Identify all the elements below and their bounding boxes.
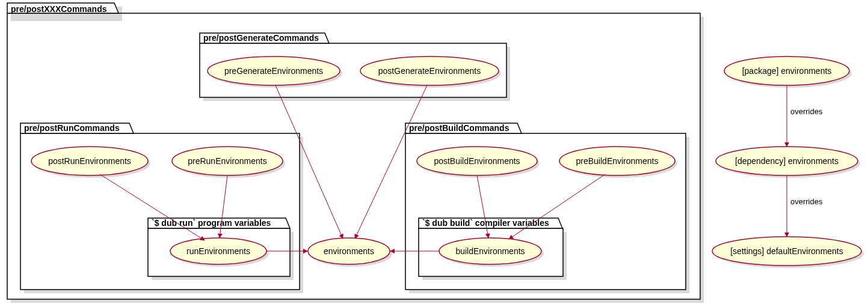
node-dependency-environments-label: [dependency] environments — [735, 156, 839, 166]
package-run: pre/postRunCommands postRunEnvironments … — [20, 123, 303, 293]
node-pregenerate-label: preGenerateEnvironments — [224, 66, 323, 76]
node-postbuild-label: postBuildEnvironments — [434, 156, 520, 166]
node-postgenerate: postGenerateEnvironments — [360, 56, 501, 88]
package-buildvars: `$ dub build` compiler variables buildEn… — [419, 218, 567, 280]
node-prebuild: preBuildEnvironments — [559, 147, 677, 178]
node-default-environments-label: [settings] defaultEnvironments — [730, 246, 843, 256]
package-run-label: pre/postRunCommands — [24, 123, 120, 133]
package-runvars-label: `$ dub run` program variables — [152, 218, 271, 228]
edge-overrides-2-label: overrides — [790, 197, 823, 206]
node-dependency-environments: [dependency] environments — [716, 147, 860, 178]
node-postbuild: postBuildEnvironments — [417, 147, 540, 178]
node-prebuild-label: preBuildEnvironments — [576, 156, 659, 166]
node-postrun: postRunEnvironments — [31, 147, 150, 178]
node-prerun: preRunEnvironments — [172, 147, 285, 178]
package-outer-label: pre/postXXXCommands — [11, 4, 107, 14]
node-default-environments: [settings] defaultEnvironments — [712, 237, 864, 268]
package-build: pre/postBuildCommands postBuildEnvironme… — [405, 123, 689, 293]
diagram-canvas: pre/postXXXCommands pre/postGenerateComm… — [0, 0, 868, 304]
edge-overrides-1-label: overrides — [790, 107, 823, 116]
package-generate: pre/postGenerateCommands preGenerateEnvi… — [200, 33, 510, 101]
node-postgenerate-label: postGenerateEnvironments — [378, 66, 481, 76]
node-package-environments-label: [package] environments — [742, 66, 832, 76]
package-generate-label: pre/postGenerateCommands — [203, 33, 319, 43]
node-pregenerate: preGenerateEnvironments — [208, 56, 342, 88]
node-buildenv-label: buildEnvironments — [455, 246, 525, 256]
node-prerun-label: preRunEnvironments — [188, 156, 267, 166]
node-runenv-label: runEnvironments — [186, 246, 250, 256]
node-package-environments: [package] environments — [724, 56, 852, 88]
node-environments-label: environments — [324, 246, 374, 256]
package-build-label: pre/postBuildCommands — [409, 123, 509, 133]
node-postrun-label: postRunEnvironments — [48, 156, 131, 166]
